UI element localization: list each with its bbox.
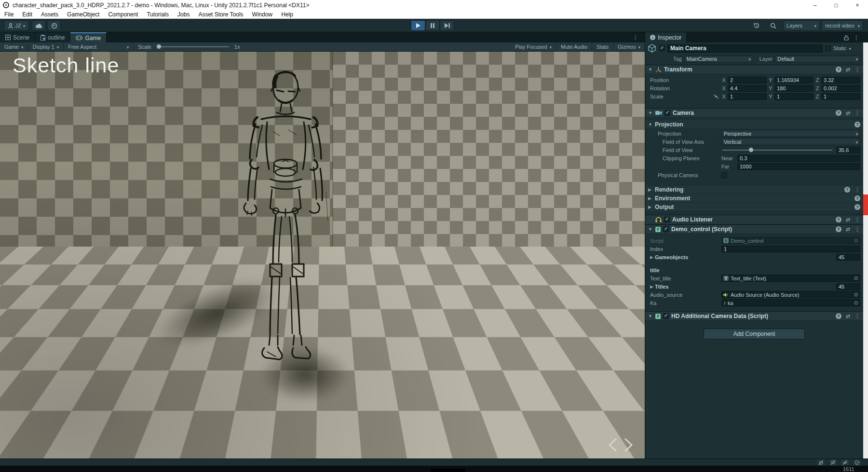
progress-ok-icon[interactable] [853, 459, 861, 466]
section-menu-icon[interactable]: ⋮ [854, 186, 860, 193]
menu-tutorials[interactable]: Tutorials [142, 10, 173, 19]
position-z-field[interactable]: 3.32 [821, 77, 860, 83]
rendering-foldout[interactable]: ▶ Rendering ? ⋮ [645, 185, 863, 194]
mute-audio-toggle[interactable]: Mute Audio [556, 42, 592, 52]
foldout-open-icon[interactable]: ▼ [648, 314, 653, 319]
aspect-dropdown[interactable]: Free Aspect [64, 42, 134, 52]
gizmos-dropdown[interactable]: Gizmos [613, 42, 645, 52]
audio-listener-header[interactable]: ▼ Audio Listener ? ⇄ ⋮ [645, 215, 863, 224]
help-icon[interactable]: ? [836, 226, 841, 232]
play-focused-dropdown[interactable]: Play Focused [511, 42, 556, 52]
rotation-z-field[interactable]: 0.002 [821, 85, 860, 92]
presets-icon[interactable]: ⇄ [846, 110, 850, 116]
fov-value-field[interactable]: 35.6 [836, 147, 860, 153]
next-arrow-icon[interactable] [625, 439, 632, 451]
stats-toggle[interactable]: Stats [592, 42, 613, 52]
fov-slider[interactable] [722, 150, 832, 151]
component-menu-icon[interactable]: ⋮ [854, 110, 860, 116]
tab-outline[interactable]: outline [35, 32, 70, 42]
step-button[interactable] [440, 20, 454, 31]
lock-icon[interactable] [844, 35, 849, 41]
foldout-closed-icon[interactable]: ▶ [650, 284, 655, 289]
play-button[interactable] [411, 20, 425, 31]
hd-camera-data-header[interactable]: ▼ # HD Additional Camera Data (Script) ?… [645, 311, 863, 321]
help-icon[interactable]: ? [836, 110, 841, 116]
foldout-open-icon[interactable]: ▼ [648, 67, 653, 72]
object-picker-icon[interactable]: ⊙ [854, 292, 858, 298]
menu-jobs[interactable]: Jobs [173, 10, 194, 19]
component-menu-icon[interactable]: ⋮ [854, 313, 860, 319]
index-field[interactable]: 1 [721, 246, 860, 252]
menu-gameobject[interactable]: GameObject [63, 10, 104, 19]
foldout-open-icon[interactable]: ▼ [648, 111, 653, 115]
layout-dropdown[interactable]: record video [822, 20, 863, 31]
menu-window[interactable]: Window [248, 10, 277, 19]
help-icon[interactable]: ? [836, 217, 841, 222]
audio-source-object-field[interactable]: Audio Source (Audio Source) ⊙ [721, 291, 860, 298]
output-foldout[interactable]: ▶ Output ? [645, 202, 863, 211]
cloud-button[interactable] [32, 20, 45, 31]
layer-dropdown[interactable]: Default [775, 56, 860, 63]
account-dropdown[interactable]: JZ [4, 20, 29, 31]
gameobject-active-checkbox[interactable] [659, 45, 665, 51]
tab-game[interactable]: Game [70, 32, 107, 42]
scale-slider-knob[interactable] [157, 44, 161, 49]
close-button[interactable]: × [847, 0, 868, 10]
scale-z-field[interactable]: 1 [821, 93, 860, 100]
titles-size-field[interactable]: 45 [836, 283, 860, 290]
transform-header[interactable]: ▼ Transform ? ⇄ ⋮ [645, 65, 863, 74]
help-icon[interactable]: ? [844, 187, 850, 193]
help-icon[interactable]: ? [854, 204, 860, 210]
menu-edit[interactable]: Edit [18, 10, 37, 19]
cache-disabled-icon[interactable] [829, 459, 837, 466]
pause-button[interactable] [425, 20, 440, 31]
debugger-disabled-icon[interactable] [817, 459, 825, 466]
menu-component[interactable]: Component [104, 10, 142, 19]
position-y-field[interactable]: 1.165934 [774, 77, 814, 83]
tab-scene[interactable]: Scene [0, 32, 35, 42]
projection-dropdown[interactable]: Perspective [721, 130, 860, 137]
far-clip-field[interactable]: 1000 [737, 163, 860, 170]
presets-icon[interactable]: ⇄ [846, 313, 850, 319]
tab-inspector[interactable]: i Inspector [645, 32, 686, 42]
rotation-y-field[interactable]: 180 [774, 85, 814, 92]
display-dropdown[interactable]: Display 1 [28, 42, 64, 52]
fov-slider-knob[interactable] [749, 148, 753, 152]
game-viewport[interactable]: Sketch line [0, 52, 645, 458]
object-picker-icon[interactable]: ⊙ [854, 300, 858, 306]
object-picker-icon[interactable]: ⊙ [854, 275, 858, 281]
physical-camera-checkbox[interactable] [721, 172, 727, 178]
static-checkbox[interactable] [825, 45, 831, 51]
presets-icon[interactable]: ⇄ [846, 226, 850, 233]
audio-listener-checkbox[interactable] [664, 217, 670, 222]
foldout-open-icon[interactable]: ▼ [648, 227, 653, 232]
hd-camera-data-checkbox[interactable] [663, 313, 669, 319]
menu-assets[interactable]: Assets [37, 10, 63, 19]
help-icon[interactable]: ? [836, 313, 841, 319]
add-component-button[interactable]: Add Component [704, 329, 805, 339]
fov-axis-dropdown[interactable]: Vertical [721, 138, 860, 145]
maximize-button[interactable]: □ [826, 0, 847, 10]
link-scale-icon[interactable] [713, 94, 719, 99]
display-target-dropdown[interactable]: Game [0, 42, 28, 52]
help-icon[interactable]: ? [836, 67, 841, 72]
camera-header[interactable]: ▼ Camera ? ⇄ ⋮ [645, 108, 863, 118]
screen-edge-scroll-strip[interactable] [863, 42, 868, 464]
menu-asset-store-tools[interactable]: Asset Store Tools [194, 10, 247, 19]
game-panel-menu-icon[interactable]: ⋮ [633, 34, 638, 41]
projection-section-header[interactable]: ▼ Projection ? [645, 120, 863, 128]
inspector-menu-icon[interactable]: ⋮ [854, 34, 859, 41]
scale-y-field[interactable]: 1 [774, 93, 814, 100]
component-menu-icon[interactable]: ⋮ [854, 216, 860, 223]
layers-dropdown[interactable]: Layers [783, 20, 820, 31]
presets-icon[interactable]: ⇄ [846, 67, 850, 73]
undo-history-button[interactable] [750, 20, 763, 31]
ka-object-field[interactable]: ♪ ka ⊙ [721, 299, 860, 306]
demo-control-checkbox[interactable] [663, 226, 669, 232]
gameobject-name-field[interactable]: Main Camera [667, 44, 823, 53]
prev-arrow-icon[interactable] [610, 439, 616, 451]
component-menu-icon[interactable]: ⋮ [854, 66, 860, 73]
foldout-closed-icon[interactable]: ▶ [650, 255, 655, 260]
tag-dropdown[interactable]: MainCamera [684, 56, 753, 63]
scale-x-field[interactable]: 1 [728, 93, 767, 100]
